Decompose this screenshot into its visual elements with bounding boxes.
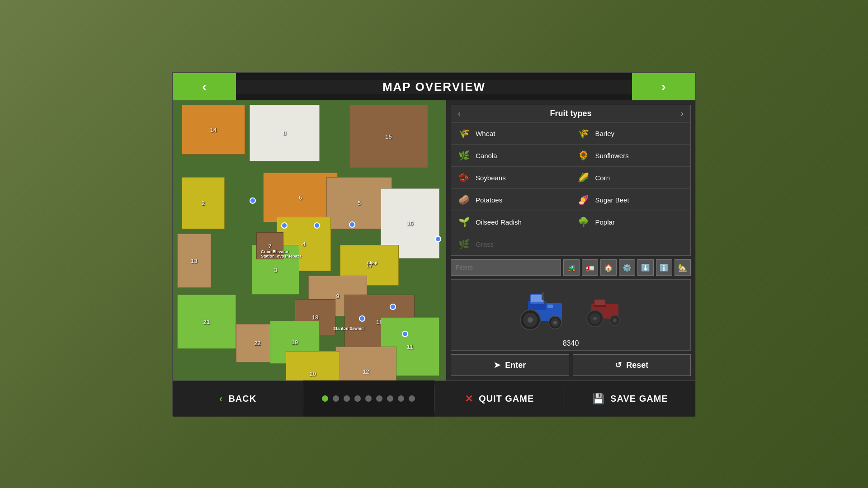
map-area: 1481526516431713792118221011191220Grain …: [173, 100, 446, 380]
footer-dot-4[interactable]: [365, 395, 372, 402]
map-marker-3[interactable]: [349, 221, 355, 228]
filter-truck-btn[interactable]: 🚛: [582, 259, 598, 276]
svg-point-9: [553, 321, 557, 324]
prev-button[interactable]: ‹: [173, 73, 236, 100]
footer-dot-3[interactable]: [354, 395, 361, 402]
svg-rect-11: [547, 305, 553, 308]
save-label: SAVE GAME: [610, 394, 668, 404]
field-12[interactable]: 12: [335, 347, 396, 380]
canola-icon: 🌿: [457, 148, 471, 163]
fruit-item-soybeans[interactable]: 🫘 Soybeans: [451, 167, 571, 189]
fruit-item-canola[interactable]: 🌿 Canola: [451, 145, 571, 167]
grass-icon: 🌿: [457, 237, 471, 251]
soybeans-label: Soybeans: [476, 174, 506, 182]
footer-dot-8[interactable]: [409, 395, 415, 402]
back-icon: ‹: [219, 393, 223, 405]
fruit-grid: 🌾 Wheat 🌾 Barley 🌿 Canola 🌻 Sunflowers 🫘…: [451, 122, 690, 255]
map-marker-2[interactable]: [314, 222, 320, 229]
footer-dot-2[interactable]: [344, 395, 350, 402]
chevron-right-icon: ›: [661, 80, 665, 94]
fruit-item-sunflowers[interactable]: 🌻 Sunflowers: [571, 145, 691, 167]
field-20[interactable]: 20: [286, 351, 340, 380]
fruit-types-panel: ‹ Fruit types › 🌾 Wheat 🌾 Barley 🌿 Canol…: [451, 105, 691, 256]
fruit-item-oilseed_radish[interactable]: 🌱 Oilseed Radish: [451, 211, 571, 233]
svg-rect-3: [531, 295, 543, 302]
fruit-item-potatoes[interactable]: 🥔 Potatoes: [451, 189, 571, 211]
fruit-item-poplar[interactable]: 🌳 Poplar: [571, 211, 691, 233]
field-13[interactable]: 13: [177, 234, 211, 288]
soybeans-icon: 🫘: [457, 170, 471, 185]
canola-label: Canola: [476, 152, 497, 160]
filter-building-btn[interactable]: 🏠: [600, 259, 617, 276]
back-label: BACK: [228, 394, 256, 404]
reset-label: Reset: [626, 361, 648, 370]
footer-dot-0[interactable]: [322, 395, 328, 402]
quit-icon: ✕: [465, 393, 473, 405]
map-marker-1[interactable]: [281, 222, 288, 229]
fruit-item-sugar_beet[interactable]: 🍠 Sugar Beet: [571, 189, 691, 211]
reset-button[interactable]: ↺ Reset: [573, 354, 691, 376]
fruit-item-corn[interactable]: 🌽 Corn: [571, 167, 691, 189]
map-marker-4[interactable]: [359, 315, 365, 322]
field-8[interactable]: 8: [250, 105, 320, 161]
wheat-icon: 🌾: [457, 126, 471, 141]
potatoes-label: Potatoes: [476, 196, 502, 204]
field-2[interactable]: 2: [182, 177, 225, 229]
map-background: 1481526516431713792118221011191220Grain …: [173, 100, 446, 380]
field-15[interactable]: 15: [349, 105, 428, 168]
filter-input[interactable]: [451, 259, 561, 276]
tractor-secondary: [582, 291, 627, 329]
footer-dot-1[interactable]: [333, 395, 339, 402]
filter-farm-btn[interactable]: 🏡: [675, 259, 691, 276]
filter-info-btn[interactable]: ℹ️: [656, 259, 672, 276]
enter-label: Enter: [505, 361, 526, 370]
filter-download-btn[interactable]: ⬇️: [637, 259, 654, 276]
next-button[interactable]: ›: [632, 73, 695, 100]
fruit-next-button[interactable]: ›: [681, 109, 684, 118]
footer-dot-5[interactable]: [376, 395, 382, 402]
quit-button[interactable]: ✕ QUIT GAME: [434, 380, 565, 417]
svg-rect-14: [594, 300, 605, 305]
map-marker-7[interactable]: [435, 236, 441, 242]
footer-dot-7[interactable]: [398, 395, 404, 402]
map-marker-0[interactable]: [250, 197, 256, 204]
modal-footer: ‹ BACK ✕ QUIT GAME 💾 SAVE GAME: [173, 380, 695, 417]
fruit-prev-button[interactable]: ‹: [458, 109, 461, 118]
sunflowers-label: Sunflowers: [595, 152, 629, 160]
field-14[interactable]: 14: [182, 105, 245, 155]
vehicle-area: 8340: [451, 279, 691, 351]
footer-dots: [303, 395, 434, 402]
oilseed_radish-label: Oilseed Radish: [476, 218, 522, 226]
back-button[interactable]: ‹ BACK: [173, 380, 303, 417]
quit-label: QUIT GAME: [479, 394, 534, 404]
corn-label: Corn: [595, 174, 610, 182]
field-21[interactable]: 21: [177, 295, 236, 349]
right-panel: ‹ Fruit types › 🌾 Wheat 🌾 Barley 🌿 Canol…: [446, 100, 695, 380]
potatoes-icon: 🥔: [457, 192, 471, 207]
barley-label: Barley: [595, 130, 615, 137]
fruit-item-empty-right-5: [571, 233, 691, 255]
wheat-label: Wheat: [476, 130, 495, 137]
map-marker-5[interactable]: [402, 331, 408, 337]
fruit-panel-title: Fruit types: [550, 109, 591, 118]
filter-gear-btn[interactable]: ⚙️: [619, 259, 635, 276]
fruit-item-barley[interactable]: 🌾 Barley: [571, 122, 691, 145]
map-marker-6[interactable]: [390, 304, 396, 310]
corn-icon: 🌽: [576, 170, 591, 185]
field-7[interactable]: 7: [256, 232, 283, 259]
enter-button[interactable]: ➤ Enter: [451, 354, 569, 376]
fruit-item-wheat[interactable]: 🌾 Wheat: [451, 122, 571, 145]
vehicle-name: 8340: [563, 339, 579, 347]
modal-container: ‹ MAP OVERVIEW › 14815265164317137921182…: [172, 72, 696, 416]
poplar-icon: 🌳: [576, 215, 591, 229]
filter-tractor-btn[interactable]: 🚜: [563, 259, 580, 276]
sugar_beet-icon: 🍠: [576, 192, 591, 207]
page-title: MAP OVERVIEW: [236, 80, 632, 94]
poplar-label: Poplar: [595, 218, 615, 226]
sugar_beet-label: Sugar Beet: [595, 196, 629, 204]
reset-icon: ↺: [615, 360, 622, 370]
footer-dot-6[interactable]: [387, 395, 393, 402]
grass-label: Grass: [476, 240, 494, 248]
save-button[interactable]: 💾 SAVE GAME: [565, 380, 695, 417]
chevron-left-icon: ‹: [202, 80, 206, 94]
